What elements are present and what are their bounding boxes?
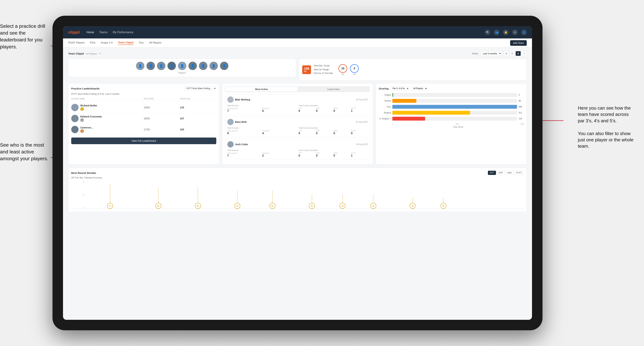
main-content: Team Clippd 14 Players ✏ Show: Last 3 mo… [63, 47, 532, 320]
lb-avatar-1 [71, 104, 78, 111]
leaderboard-drill-select[interactable]: PUTT Must Make Putting... [184, 86, 216, 91]
sub-nav-pga[interactable]: PGA [90, 41, 96, 45]
player-avatar-2[interactable]: 👤 [146, 62, 155, 70]
streak-dot-6: 4x [309, 194, 315, 209]
search-icon[interactable]: 🔍 [485, 29, 490, 35]
streak-dot-7: 4x [340, 194, 346, 209]
leaderboard-row-3: Cameron... 3 17/20 103 [71, 124, 216, 135]
shot-number: 198 SC [302, 65, 311, 74]
pa-player-2: Rees Britt [227, 119, 246, 125]
streak-dot-2: 6x [156, 187, 161, 209]
scoring-player-select[interactable]: All Players [411, 86, 428, 91]
player-avatar-5[interactable]: 👤 [178, 62, 186, 70]
settings-icon[interactable]: ⚙ [512, 29, 518, 35]
bar-fill-dbogeys [392, 117, 425, 121]
tab-most-active[interactable]: Most Active [226, 87, 298, 92]
metric-circle-2: 0 [350, 64, 359, 73]
pa-header-1: Blair McHarg 26 Aug 2023 [227, 96, 368, 103]
pa-avatar-2 [227, 119, 234, 125]
streak-dot-1: 7x [107, 184, 113, 209]
bar-fill-eagles [392, 93, 393, 97]
edit-team-icon[interactable]: ✏ [99, 52, 101, 55]
team-header: Team Clippd 14 Players ✏ Show: Last 3 mo… [68, 51, 527, 56]
sub-nav-team-clippd[interactable]: Team Clippd [118, 41, 134, 45]
view-grid-active[interactable]: ⊠ [516, 51, 521, 56]
player-avatar-4[interactable]: 👤 [168, 62, 176, 70]
lb-player-3: Cameron... 3 [71, 126, 144, 133]
lb-player-1: Richard Butler ⭐ [71, 104, 144, 111]
streaks-btn-arg[interactable]: ARG [506, 171, 514, 175]
player-avatar-3[interactable]: 👤 [157, 62, 166, 70]
sub-nav-pgat[interactable]: PGAT Players [68, 41, 85, 45]
scoring-panel: Scoring Par 3, 4 & 5s All Players Eagles [376, 83, 527, 164]
view-full-leaderboard-button[interactable]: View Full Leaderboard [71, 138, 216, 144]
bar-row-dbogeys: D. Bogeys + 131 [379, 117, 524, 121]
annotation-right: Here you can see how theteam have scored… [578, 105, 634, 149]
nav-icons: 🔍 👥 🔔 ⚙ 👤 [485, 29, 527, 35]
practice-leaderboards-panel: Practice Leaderboards PUTT Must Make Put… [68, 83, 219, 164]
pa-header-3: Josh Coles 26 Aug 2023 [227, 141, 368, 148]
sub-nav: PGAT Players PGA Hcaps 1-5 Team Clippd T… [63, 38, 532, 47]
player-activity-1: Blair McHarg 26 Aug 2023 Total Rounds To… [225, 94, 370, 115]
add-team-button[interactable]: Add Team [510, 40, 527, 46]
streaks-btn-app[interactable]: APP [497, 171, 505, 175]
tablet-screen: clippd Home Teams My Performance 🔍 👥 🔔 ⚙… [63, 26, 532, 320]
shot-info: Shot Dist: 16 yds Start Lie: Rough End L… [314, 64, 333, 75]
top-row: 👤 👤 👤 👤 👤 👤 👤 👤 👤 Players [68, 59, 527, 81]
player-avatars: 👤 👤 👤 👤 👤 👤 👤 👤 👤 [136, 62, 228, 70]
streaks-btn-putt[interactable]: PUTT [514, 171, 524, 175]
lb-avatar-2 [71, 115, 78, 122]
pa-stats-3: Total Rounds Tournament 7 Practice 2 [227, 149, 368, 157]
player-avatar-8[interactable]: 👤 [210, 62, 218, 70]
user-avatar[interactable]: 👤 [521, 29, 527, 35]
activity-panel: Most Active Least Active Blair McHarg 26… [222, 83, 373, 164]
player-activity-3: Josh Coles 26 Aug 2023 Total Rounds Tour… [225, 139, 370, 160]
streak-dot-4: 5x [234, 191, 240, 209]
people-icon[interactable]: 👥 [494, 29, 500, 35]
nav-link-teams[interactable]: Teams [99, 31, 108, 34]
bar-row-bogeys: Bogeys 311 [379, 111, 524, 115]
player-activity-2: Rees Britt 02 Sep 2023 Total Rounds Tour… [225, 117, 370, 137]
pa-player-1: Blair McHarg [227, 96, 250, 103]
main-grid: Practice Leaderboards PUTT Must Make Put… [68, 83, 527, 164]
bar-fill-pars [392, 105, 517, 109]
player-avatar-1[interactable]: 👤 [136, 62, 144, 70]
sub-nav-tour[interactable]: Tour [139, 41, 144, 45]
streak-dot-10: 3x [440, 198, 446, 209]
shot-metrics: 16 yds 0 yds [338, 64, 359, 75]
chart-x-axis: 0 200 400 [379, 123, 524, 125]
view-grid-small[interactable]: ⊞ [504, 51, 509, 56]
streaks-header: Best Round Streaks OTT APP ARG PUTT [71, 171, 524, 175]
lb-badge-silver: 2 [80, 118, 84, 122]
bar-row-pars: Pars 499 [379, 105, 524, 109]
scoring-par-select[interactable]: Par 3, 4 & 5s [390, 86, 409, 91]
show-period-select[interactable]: Last 3 months [480, 51, 502, 56]
streaks-subtitle: Off The Tee, Fairway Accuracy [71, 176, 524, 179]
view-mode-buttons: ⊞ ⊟ ⊠ ≡ [504, 51, 527, 56]
streaks-chart: 8 6 4 7x 6x [71, 181, 524, 209]
players-panel: 👤 👤 👤 👤 👤 👤 👤 👤 👤 Players [68, 59, 296, 77]
sub-nav-hcaps[interactable]: Hcaps 1-5 [100, 41, 112, 45]
player-avatar-7[interactable]: 👤 [199, 62, 208, 70]
nav-link-home[interactable]: Home [86, 31, 94, 34]
nav-link-my-performance[interactable]: My Performance [113, 31, 133, 34]
bell-icon[interactable]: 🔔 [503, 29, 508, 35]
tablet-device: clippd Home Teams My Performance 🔍 👥 🔔 ⚙… [52, 16, 542, 330]
bar-fill-bogeys [392, 111, 470, 115]
pa-stats-1: Total Rounds Tournament 7 Practice 6 [227, 105, 368, 113]
leaderboard-panel-title: Practice Leaderboards [71, 87, 100, 90]
view-grid-large[interactable]: ⊟ [510, 51, 515, 56]
streaks-buttons: OTT APP ARG PUTT [488, 171, 524, 175]
lb-avatar-3 [71, 126, 78, 133]
leaderboard-panel-header: Practice Leaderboards PUTT Must Make Put… [71, 86, 216, 91]
bar-fill-birdies [392, 99, 416, 103]
sub-nav-all-players[interactable]: All Players [149, 41, 162, 45]
player-avatar-9[interactable]: 👤 [220, 62, 228, 70]
view-list[interactable]: ≡ [522, 51, 527, 56]
annotation-bottom-left: See who is the most and least active amo… [0, 142, 49, 162]
bar-track-dbogeys [392, 117, 517, 121]
player-avatar-6[interactable]: 👤 [188, 62, 197, 70]
pa-avatar-1 [227, 96, 234, 103]
tab-least-active[interactable]: Least Active [298, 87, 370, 92]
streaks-btn-ott[interactable]: OTT [488, 171, 496, 175]
